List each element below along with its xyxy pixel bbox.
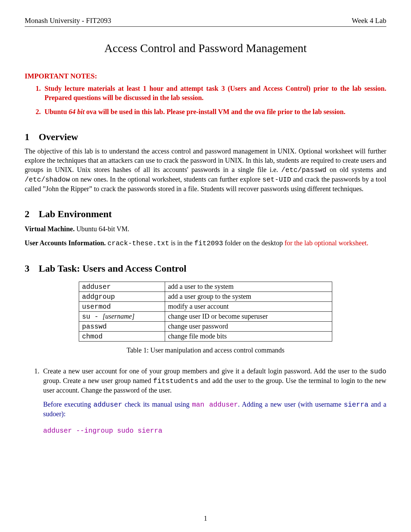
table-row: su - [username] change user ID or become…: [79, 312, 332, 322]
cmd: usermod: [82, 303, 111, 311]
text: folder on the desktop: [223, 239, 284, 247]
task-step-1-note: Before executing adduser check its manua…: [43, 400, 386, 419]
text-red: for the lab optional worksheet.: [285, 239, 369, 247]
env-vm-line: Virtual Machine. Ubuntu 64-bit VM.: [25, 224, 386, 234]
page: Monash University - FIT2093 Week 4 Lab A…: [0, 0, 411, 532]
desc-cell: add a user to the system: [165, 282, 332, 292]
text: Before executing: [43, 400, 94, 408]
text: Create a new user account for one of you…: [43, 367, 370, 375]
desc-cell: change file mode bits: [165, 332, 332, 342]
cmd-cell: su - [username]: [79, 312, 165, 322]
note-text-post: ova will be used in this lab. Please pre…: [85, 108, 346, 115]
command-line: adduser --ingroup sudo sierra: [43, 426, 386, 435]
section-title: Overview: [39, 132, 78, 142]
code-crack-these: crack-these.txt: [108, 239, 169, 247]
code-etc-shadow: /etc/shadow: [25, 176, 70, 184]
section-number: 3: [25, 263, 36, 274]
table-row: adduser add a user to the system: [79, 282, 332, 292]
code-adduser: adduser: [94, 401, 122, 409]
cmd-cell: adduser: [79, 282, 165, 292]
code-fitstudents: fitstudents: [153, 377, 198, 385]
section-number: 1: [25, 132, 36, 143]
code-sudo: sudo: [370, 368, 386, 375]
section-title: Lab Task: Users and Access Control: [39, 263, 186, 274]
important-notes-list: Study lecture materials at least 1 hour …: [25, 84, 386, 116]
section-number: 2: [25, 209, 36, 220]
cmd: adduser: [82, 283, 111, 291]
code-etc-passwd: /etc/passwd: [281, 166, 326, 174]
header-right: Week 4 Lab: [352, 16, 386, 25]
cmd-cell: addgroup: [79, 292, 165, 302]
label-virtual-machine: Virtual Machine.: [25, 225, 75, 233]
code-man-adduser: man adduser: [192, 401, 238, 409]
env-user-accounts-line: User Accounts Information. crack-these.t…: [25, 238, 386, 248]
commands-table: adduser add a user to the system addgrou…: [79, 282, 332, 342]
cmd-cell: passwd: [79, 322, 165, 332]
note-text-pre: Ubuntu: [45, 108, 69, 115]
section-task-heading: 3 Lab Task: Users and Access Control: [25, 263, 386, 274]
important-notes-label: IMPORTANT NOTES:: [25, 72, 386, 81]
header-left: Monash University - FIT2093: [25, 16, 111, 25]
table-row: chmod change file mode bits: [79, 332, 332, 342]
table-row: passwd change user password: [79, 322, 332, 332]
document-title: Access Control and Password Management: [25, 42, 386, 55]
text: Ubuntu 64-bit VM.: [75, 225, 129, 233]
text: group. Create a new user group named: [43, 377, 153, 384]
important-note-2: Ubuntu 64 bit ova will be used in this l…: [42, 107, 386, 116]
task-steps-list: Create a new user account for one of you…: [25, 367, 386, 435]
running-header: Monash University - FIT2093 Week 4 Lab: [25, 16, 386, 27]
cmd-arg: [username]: [102, 312, 134, 320]
desc-cell: change user ID or become superuser: [165, 312, 332, 322]
desc-cell: add a user group to the system: [165, 292, 332, 302]
note-text: Study lecture materials at least 1 hour …: [45, 85, 386, 101]
text: on old systems and: [326, 166, 386, 173]
code-sierra: sierra: [344, 401, 369, 409]
table-caption: Table 1: User manipulation and access co…: [25, 346, 386, 354]
text: check its manual using: [122, 400, 192, 408]
task-step-1: Create a new user account for one of you…: [41, 367, 386, 435]
table-row: addgroup add a user group to the system: [79, 292, 332, 302]
cmd-cell: usermod: [79, 302, 165, 312]
text: . Adding a new user (with username: [238, 400, 344, 408]
table-row: usermod modify a user account: [79, 302, 332, 312]
desc-cell: modify a user account: [165, 302, 332, 312]
text: is in the: [169, 239, 194, 247]
code-fit2093: fit2093: [194, 239, 223, 247]
note-text-em: 64 bit: [69, 108, 85, 115]
label-user-accounts: User Accounts Information.: [25, 239, 106, 247]
section-env-heading: 2 Lab Environment: [25, 209, 386, 220]
page-number: 1: [0, 515, 411, 522]
code-set-uid: set-UID: [262, 176, 291, 184]
section-overview-heading: 1 Overview: [25, 132, 386, 143]
text: on new ones. In the optional worksheet, …: [70, 175, 262, 183]
cmd: chmod: [82, 333, 102, 341]
cmd: addgroup: [82, 293, 115, 301]
important-note-1: Study lecture materials at least 1 hour …: [42, 84, 386, 102]
desc-cell: change user password: [165, 322, 332, 332]
section-title: Lab Environment: [39, 209, 112, 219]
overview-paragraph: The objective of this lab is to understa…: [25, 147, 386, 194]
cmd: passwd: [82, 323, 107, 331]
cmd: su -: [82, 313, 102, 321]
cmd-cell: chmod: [79, 332, 165, 342]
